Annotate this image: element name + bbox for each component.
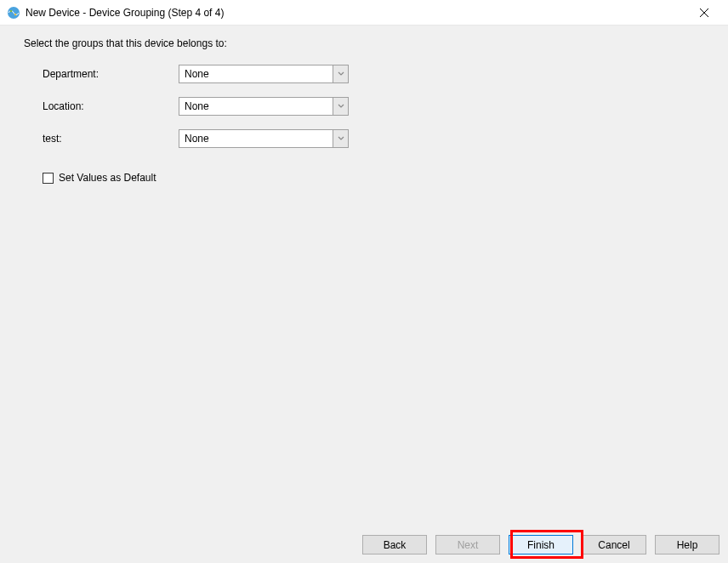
content-area: Select the groups that this device belon… xyxy=(0,26,728,184)
location-value: None xyxy=(179,100,333,112)
cancel-button[interactable]: Cancel xyxy=(582,535,646,554)
field-row-department: Department: None xyxy=(43,65,704,83)
svg-point-2 xyxy=(14,13,16,14)
default-checkbox-row[interactable]: Set Values as Default xyxy=(43,172,704,184)
department-dropdown-button[interactable] xyxy=(333,65,348,82)
field-row-location: Location: None xyxy=(43,97,704,116)
test-value: None xyxy=(179,133,333,145)
department-combobox[interactable]: None xyxy=(179,65,349,83)
finish-button[interactable]: Finish xyxy=(509,535,573,554)
app-icon xyxy=(7,6,20,20)
titlebar: New Device - Device Grouping (Step 4 of … xyxy=(0,0,728,26)
location-label: Location: xyxy=(43,100,179,112)
chevron-down-icon xyxy=(338,103,344,110)
window-title: New Device - Device Grouping (Step 4 of … xyxy=(26,7,687,19)
instruction-text: Select the groups that this device belon… xyxy=(24,37,704,49)
close-icon xyxy=(700,9,708,17)
back-button[interactable]: Back xyxy=(362,535,427,554)
location-combobox[interactable]: None xyxy=(179,97,349,116)
default-checkbox-label: Set Values as Default xyxy=(59,172,156,184)
next-button: Next xyxy=(435,535,500,554)
close-button[interactable] xyxy=(687,1,721,25)
department-value: None xyxy=(179,68,333,80)
help-button[interactable]: Help xyxy=(655,535,719,554)
svg-point-1 xyxy=(10,9,12,11)
test-combobox[interactable]: None xyxy=(179,129,349,148)
test-dropdown-button[interactable] xyxy=(333,130,348,147)
test-label: test: xyxy=(43,133,179,145)
default-checkbox[interactable] xyxy=(43,173,54,184)
chevron-down-icon xyxy=(338,135,344,142)
chevron-down-icon xyxy=(338,71,344,77)
location-dropdown-button[interactable] xyxy=(333,98,348,115)
department-label: Department: xyxy=(43,68,179,80)
button-bar: Back Next Finish Cancel Help xyxy=(362,535,719,554)
field-row-test: test: None xyxy=(43,129,704,148)
